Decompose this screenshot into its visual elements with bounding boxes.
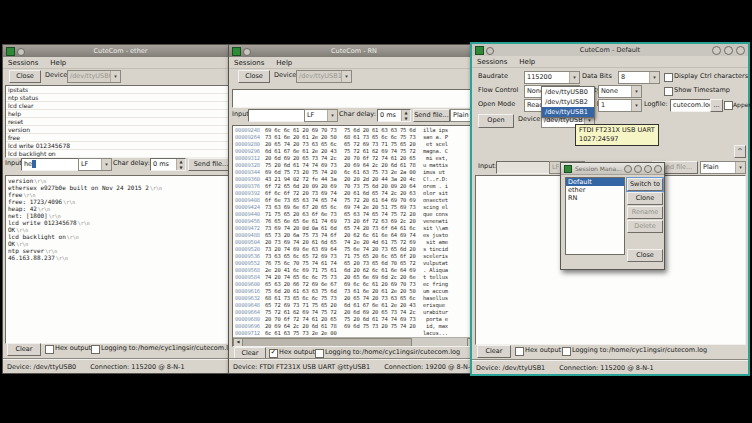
menu-sessions[interactable]: Sessions — [8, 59, 38, 67]
timestamp-checkbox[interactable] — [664, 87, 673, 96]
clear-button[interactable]: Clear — [477, 345, 511, 358]
display-mode-select[interactable]: Plain ▾ — [700, 161, 746, 174]
output-line: lcd backlight on\r\n — [6, 233, 235, 240]
device-option[interactable]: /dev/ttyUSB2 — [542, 97, 594, 107]
spin-down-icon[interactable]: ▼ — [177, 165, 185, 171]
data-bits-select[interactable]: 8 ▾ — [618, 71, 660, 84]
open-connection-button[interactable]: Open — [478, 114, 514, 128]
menu-help[interactable]: Help — [50, 59, 66, 67]
session-item[interactable]: Default — [566, 178, 624, 186]
close-connection-button[interactable]: Close — [9, 70, 41, 83]
output-line: free: 1723/4096\r\n — [6, 198, 235, 205]
hex-output-checkbox[interactable] — [515, 347, 524, 356]
hex-row: 0000963268 61 73 65 6c 6c 75 7320 65 74 … — [233, 295, 477, 302]
list-item[interactable]: reset — [6, 118, 235, 126]
logging-checkbox[interactable] — [91, 345, 100, 354]
dialog-titlebar[interactable]: Session Mana... — [561, 163, 664, 175]
titlebar[interactable]: CuteCom - ether — [3, 45, 238, 57]
dialog-minimize-button[interactable] — [634, 165, 642, 173]
dialog-close-button[interactable] — [654, 165, 662, 173]
menu-help[interactable]: Help — [276, 59, 292, 67]
baudrate-value: 115200 — [525, 72, 569, 83]
close-window-button[interactable] — [736, 46, 745, 55]
maximize-button[interactable] — [724, 46, 733, 55]
session-list[interactable]: DefaultetherRN — [565, 177, 625, 255]
hex-output-checkbox[interactable] — [45, 345, 54, 354]
hex-output-label: Hex output — [55, 343, 91, 354]
device-dropdown[interactable]: /dev/ttyUSB0/dev/ttyUSB2/dev/ttyUSB1 — [541, 86, 595, 118]
session-item[interactable]: ether — [566, 186, 624, 194]
menu-sessions[interactable]: Sessions — [477, 58, 507, 66]
logging-checkbox[interactable] — [562, 347, 571, 356]
titlebar[interactable]: CuteCom - RN — [229, 45, 479, 57]
line-end-select[interactable]: LF ▾ — [304, 109, 338, 122]
output-line: OK\r\n — [6, 226, 235, 233]
output-line: OK\r\n — [6, 240, 235, 247]
hex-row: 0000932875 20 6d 61 74 74 69 7320 69 64 … — [233, 162, 477, 169]
list-item[interactable]: lcd backlight on — [6, 150, 235, 158]
menu-help[interactable]: Help — [519, 58, 535, 66]
list-item[interactable]: lcd clear — [6, 102, 235, 110]
horizontal-scrollbar[interactable]: ◀ ▶ — [233, 337, 477, 346]
window-title: CuteCom - RN — [229, 45, 479, 57]
history-list[interactable]: ipstatsntp statuslcd clearhelpresetversi… — [5, 85, 236, 158]
log-path: /home/cyc1ingsir/cutecom.log — [362, 347, 460, 358]
tooltip-line1: FTDI FT231X USB UART — [579, 126, 655, 135]
dialog-close-action-button[interactable]: Close — [627, 249, 663, 262]
dialog-shade-button[interactable] — [624, 165, 632, 173]
list-item[interactable]: ipstats — [6, 86, 235, 94]
hex-row: 0000942473 63 69 6e 67 20 65 6c69 74 2e … — [233, 204, 477, 211]
logfile-label: Logfile: — [644, 99, 668, 110]
window-title: CuteCom - Default — [472, 44, 748, 56]
char-delay-spinner[interactable]: 0 ms ▲▼ — [150, 158, 186, 171]
hex-row: 0000968020 70 6f 72 74 61 20 6575 20 6d … — [233, 316, 477, 323]
logging-checkbox[interactable] — [315, 349, 324, 358]
input-field[interactable]: he — [21, 158, 81, 171]
logfile-field[interactable]: cutecom.log — [670, 99, 714, 112]
titlebar[interactable]: CuteCom - Default — [472, 44, 748, 56]
hex-panel[interactable]: 0000924869 6c 6c 61 20 69 70 7375 6d 20 … — [232, 125, 478, 347]
dialog-maximize-button[interactable] — [644, 165, 652, 173]
clear-button[interactable]: Clear — [7, 343, 41, 356]
minimize-button[interactable] — [712, 46, 721, 55]
output-line: net: [1800]\r\n — [6, 212, 235, 219]
switch-to-button[interactable]: Switch to — [627, 178, 663, 191]
menu-sessions[interactable]: Sessions — [234, 59, 264, 67]
device-option[interactable]: /dev/ttyUSB0 — [542, 87, 594, 97]
history-list[interactable] — [232, 89, 477, 108]
scrollbar-thumb[interactable] — [242, 338, 412, 347]
list-item[interactable]: free — [6, 134, 235, 142]
list-item[interactable]: ntp status — [6, 94, 235, 102]
list-item[interactable]: version — [6, 126, 235, 134]
send-file-button[interactable]: Send file... — [413, 109, 450, 122]
chevron-down-icon: ▾ — [631, 86, 641, 97]
logging-label: Logging to: — [101, 343, 138, 354]
parity-select[interactable]: None ▾ — [598, 85, 642, 98]
list-item[interactable]: help — [6, 110, 235, 118]
logfile-browse-button[interactable]: ... — [710, 99, 723, 112]
data-bits-label: Data Bits — [582, 71, 612, 82]
device-label: Device: — [518, 114, 542, 125]
collapse-settings-button[interactable]: ^ — [734, 145, 746, 158]
hex-output-checkbox[interactable] — [269, 349, 278, 358]
device-option[interactable]: /dev/ttyUSB1 — [542, 107, 594, 117]
input-field[interactable] — [248, 109, 308, 122]
hex-row: 000093766f 72 65 6d 20 09 20 6970 73 75 … — [233, 183, 477, 190]
baudrate-select[interactable]: 115200 ▾ — [524, 71, 580, 84]
tooltip-line2: 1027:24597 — [579, 135, 655, 144]
clone-button[interactable]: Clone — [627, 192, 663, 205]
hex-row: 0000931220 6d 69 20 65 73 74 2c20 70 6f … — [233, 155, 477, 162]
line-end-select[interactable]: LF ▾ — [78, 158, 112, 171]
append-checkbox[interactable] — [724, 101, 733, 110]
hex-row: 000094086f 6e 73 65 63 74 65 7475 72 20 … — [233, 197, 477, 204]
spin-down-icon[interactable]: ▼ — [402, 116, 410, 122]
data-bits-value: 8 — [619, 72, 649, 83]
output-area[interactable]: version\r\nethersex e927b0e built on Nov… — [5, 175, 236, 344]
char-delay-spinner[interactable]: 0 ms ▲▼ — [377, 109, 411, 122]
stop-bits-select[interactable]: 1 ▾ — [598, 99, 642, 112]
session-item[interactable]: RN — [566, 194, 624, 202]
status-connection: Connection: 19200 @ 8-N-1 — [384, 363, 474, 371]
ctrl-chars-checkbox[interactable] — [664, 73, 673, 82]
close-connection-button[interactable]: Close — [238, 70, 270, 83]
list-item[interactable]: lcd write 012345678 — [6, 142, 235, 150]
